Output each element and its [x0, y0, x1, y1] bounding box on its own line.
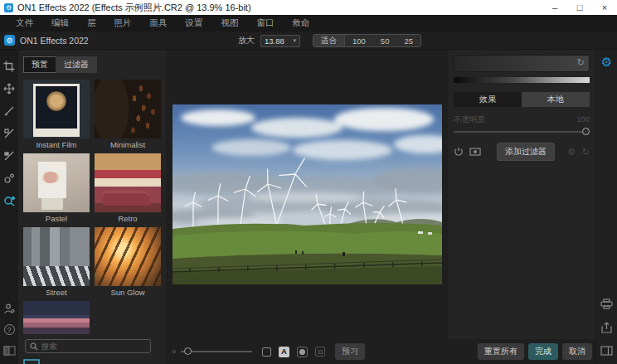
preset-grid: Instant Film Minimalist Pastel Retro Str…: [23, 80, 166, 334]
zoom-value: 13.88: [265, 36, 284, 46]
slider-handle[interactable]: [582, 128, 590, 135]
toolbar: ⚙ ON1 Effects 2022 放大 13.88 ▾ 适合 100 50 …: [0, 32, 617, 50]
preset-card-minimalist[interactable]: Minimalist: [95, 80, 161, 150]
tone-gradient-bar: [454, 77, 590, 83]
preview-button[interactable]: 预习: [335, 343, 365, 360]
app-logo-icon: ⚙: [4, 3, 13, 12]
maximize-button[interactable]: □: [567, 0, 592, 15]
menu-item-view[interactable]: 视图: [212, 17, 248, 29]
local-brush-tool-icon[interactable]: [2, 149, 16, 163]
app-window: ⚙ ON1 Effects 2022 (Effects 示例照片.CR2 @ 1…: [0, 0, 617, 364]
minimize-button[interactable]: –: [542, 0, 567, 15]
reset-all-button[interactable]: 重置所有: [478, 343, 524, 360]
chevron-down-icon: ▾: [293, 37, 296, 44]
gear-icon[interactable]: ⚙: [601, 55, 612, 70]
add-filter-button[interactable]: 添加过滤器: [497, 143, 555, 161]
crop-tool-icon[interactable]: [2, 60, 16, 73]
cancel-button[interactable]: 取消: [562, 343, 592, 360]
tab-presets[interactable]: 预置: [23, 56, 56, 73]
filter-gear-icon[interactable]: ⚙: [567, 147, 576, 158]
preset-card-partial[interactable]: [23, 301, 90, 334]
masking-brush-tool-icon[interactable]: [2, 127, 16, 140]
opacity-value: 100: [576, 114, 590, 125]
export-icon[interactable]: [601, 322, 612, 333]
effects-tabs: 效果 本地: [454, 92, 590, 107]
filter-mask-icon[interactable]: [469, 148, 481, 156]
preset-card-instant-film[interactable]: Instant Film: [23, 80, 90, 150]
histogram-reset-icon[interactable]: ↻: [577, 57, 585, 68]
zoom-dropdown[interactable]: 13.88 ▾: [260, 35, 300, 47]
help-icon[interactable]: ?: [4, 324, 15, 335]
window-title: ON1 Effects 2022 (Effects 示例照片.CR2 @ 13.…: [17, 2, 251, 14]
presets-tabs: 预置 过滤器: [23, 56, 166, 73]
tab-filters[interactable]: 过滤器: [56, 56, 97, 73]
preset-label: Minimalist: [95, 138, 161, 150]
preset-thumbnail: [23, 301, 90, 334]
preset-label: Sun Glow: [95, 286, 161, 298]
preset-label: Retro: [95, 212, 161, 224]
preset-card-street[interactable]: Street: [23, 227, 90, 298]
compare-view-icon[interactable]: [262, 347, 271, 357]
zoom-fit-button[interactable]: 适合: [313, 35, 345, 46]
preset-thumbnail: [95, 153, 161, 212]
clipping-view-icon[interactable]: [315, 347, 325, 357]
menu-item-edit[interactable]: 编辑: [42, 17, 78, 29]
app-title: ON1 Effects 2022: [20, 36, 89, 46]
filter-power-icon[interactable]: [454, 147, 464, 157]
search-input[interactable]: [41, 342, 146, 351]
preset-label: Instant Film: [23, 138, 90, 150]
preset-thumbnail: [95, 80, 161, 138]
preset-card-retro[interactable]: Retro: [95, 153, 161, 224]
face-tool-icon[interactable]: [2, 302, 16, 315]
opacity-label: 不透明度: [454, 114, 485, 125]
right-strip: ⚙: [595, 50, 617, 364]
blemish-tool-icon[interactable]: [2, 172, 16, 185]
bottom-bar: A 预习 重置所有 完成 取消: [166, 339, 595, 364]
search-icon: [30, 342, 38, 351]
zoom-tool-icon-active[interactable]: [2, 194, 16, 207]
tab-local[interactable]: 本地: [522, 92, 590, 107]
focus-mask-icon[interactable]: [297, 347, 308, 357]
soft-proof-icon[interactable]: A: [279, 347, 289, 357]
tool-strip: ?: [0, 50, 18, 364]
dual-pane-icon[interactable]: [2, 344, 16, 357]
effects-panel: ↻ 效果 本地 不透明度 100: [448, 50, 595, 339]
zoom-25-button[interactable]: 25: [396, 35, 420, 46]
preset-card-pastel[interactable]: Pastel: [23, 153, 90, 224]
preset-card-sun-glow[interactable]: Sun Glow: [95, 227, 161, 298]
menu-item-help[interactable]: 救命: [284, 17, 319, 29]
close-button[interactable]: ×: [592, 0, 617, 15]
paint-brush-tool-icon[interactable]: [2, 104, 16, 118]
preset-label: Pastel: [23, 212, 90, 224]
canvas-photo[interactable]: [172, 104, 442, 284]
slider-handle[interactable]: [184, 347, 192, 355]
presets-panel: 预置 过滤器 Instant Film Minimalist Pastel: [18, 50, 166, 364]
menu-item-layer[interactable]: 层: [78, 17, 105, 29]
preview-zoom-slider[interactable]: [181, 347, 252, 356]
zoom-label: 放大: [238, 35, 255, 46]
view-mode-icon[interactable]: [23, 359, 40, 364]
menu-item-file[interactable]: 文件: [7, 17, 42, 29]
move-tool-icon[interactable]: [2, 82, 16, 95]
slider-track: [454, 131, 590, 133]
canvas-area: [166, 50, 448, 339]
done-button[interactable]: 完成: [528, 343, 558, 360]
zoom-100-button[interactable]: 100: [345, 35, 373, 46]
zoom-50-button[interactable]: 50: [373, 35, 397, 46]
menu-item-window[interactable]: 窗口: [248, 17, 284, 29]
preset-thumbnail: [23, 80, 90, 138]
tab-effects[interactable]: 效果: [454, 92, 522, 107]
printer-icon[interactable]: [600, 298, 613, 309]
panels-toggle-icon[interactable]: [600, 346, 613, 356]
menu-item-mask[interactable]: 面具: [141, 17, 177, 29]
filter-reset-icon[interactable]: ↻: [582, 147, 590, 158]
opacity-slider[interactable]: [454, 128, 590, 136]
menu-item-photo[interactable]: 照片: [105, 17, 141, 29]
menu-item-settings[interactable]: 设置: [177, 17, 212, 29]
preset-thumbnail: [23, 153, 90, 212]
zoom-preset-group: 适合 100 50 25: [313, 34, 421, 47]
preset-search: [25, 339, 151, 353]
menubar: 文件 编辑 层 照片 面具 设置 视图 窗口 救命: [0, 15, 617, 32]
preset-label: Street: [23, 286, 90, 298]
navigator-dot-icon[interactable]: [172, 350, 176, 353]
